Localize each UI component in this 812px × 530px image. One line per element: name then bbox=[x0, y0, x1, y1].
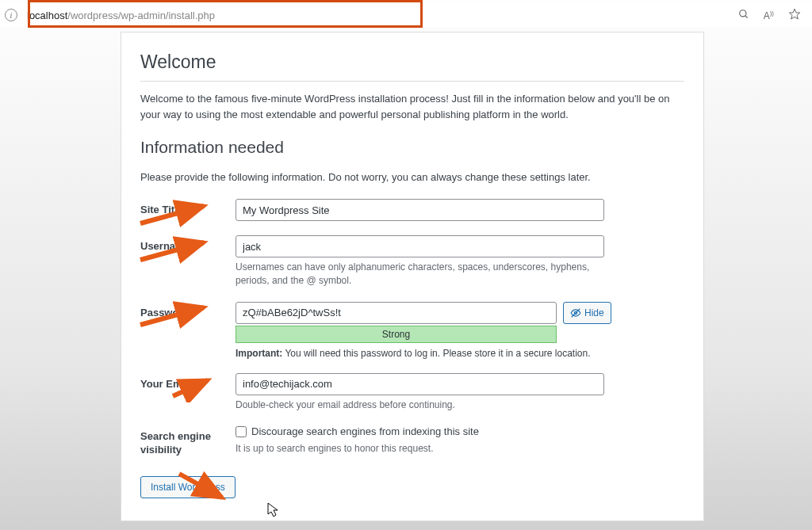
site-title-label: Site Title bbox=[140, 199, 236, 215]
svg-line-1 bbox=[745, 15, 747, 17]
url-input[interactable]: localhost/wordpress/wp-admin/install.php bbox=[24, 5, 738, 25]
visibility-checkbox-label: Discourage search engines from indexing … bbox=[251, 425, 479, 437]
email-row: Your Email Double-check your email addre… bbox=[140, 373, 684, 412]
email-hint: Double-check your email address before c… bbox=[236, 398, 604, 412]
search-icon[interactable] bbox=[738, 9, 749, 22]
username-row: Username Usernames can have only alphanu… bbox=[140, 235, 684, 288]
username-input[interactable] bbox=[236, 235, 604, 257]
password-label: Password bbox=[140, 302, 236, 318]
email-label: Your Email bbox=[140, 373, 236, 390]
password-strength: Strong bbox=[236, 326, 557, 343]
svg-marker-2 bbox=[789, 9, 799, 19]
intro-paragraph: Welcome to the famous five-minute WordPr… bbox=[140, 91, 684, 122]
welcome-heading: Welcome bbox=[140, 51, 684, 73]
favorite-icon[interactable] bbox=[788, 8, 801, 23]
visibility-row: Search engine visibility Discourage sear… bbox=[140, 425, 684, 457]
password-row: Password Hide Strong Important: You will… bbox=[140, 302, 684, 359]
read-aloud-icon[interactable]: A)) bbox=[764, 10, 774, 21]
svg-point-0 bbox=[739, 10, 745, 16]
install-form-card: Welcome Welcome to the famous five-minut… bbox=[121, 32, 704, 521]
visibility-label: Search engine visibility bbox=[140, 425, 236, 457]
email-input[interactable] bbox=[236, 373, 604, 395]
site-title-input[interactable] bbox=[236, 199, 604, 221]
password-important: Important: You will need this password t… bbox=[236, 348, 684, 359]
divider bbox=[140, 81, 684, 82]
visibility-hint: It is up to search engines to honor this… bbox=[236, 442, 604, 456]
url-path: /wordpress/wp-admin/install.php bbox=[67, 10, 215, 21]
username-label: Username bbox=[140, 235, 236, 252]
info-icon[interactable]: i bbox=[5, 9, 17, 21]
username-hint: Usernames can have only alphanumeric cha… bbox=[236, 261, 604, 288]
eye-slash-icon bbox=[570, 307, 581, 318]
info-needed-heading: Information needed bbox=[140, 138, 684, 157]
url-host: localhost bbox=[27, 10, 67, 21]
visibility-checkbox[interactable] bbox=[236, 426, 247, 437]
hide-password-button[interactable]: Hide bbox=[563, 302, 611, 324]
subintro-paragraph: Please provide the following information… bbox=[140, 171, 684, 183]
hide-label: Hide bbox=[584, 307, 604, 318]
password-input[interactable] bbox=[236, 302, 557, 324]
install-wordpress-button[interactable]: Install WordPress bbox=[140, 476, 236, 498]
browser-address-bar: i localhost/wordpress/wp-admin/install.p… bbox=[0, 3, 812, 27]
site-title-row: Site Title bbox=[140, 199, 684, 221]
